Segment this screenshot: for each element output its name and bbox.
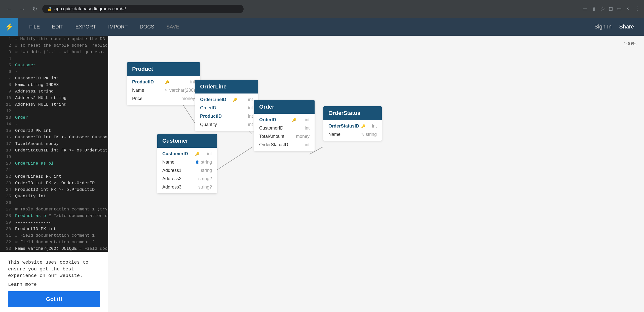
code-line-23: 23 OrderID int FK >- Order.OrderID xyxy=(0,180,108,186)
product-field-name: Name ✎ varchar(200) xyxy=(127,86,200,95)
nav-edit[interactable]: EDIT xyxy=(46,18,69,36)
lock-icon: 🔒 xyxy=(47,7,52,11)
customer-field-id: CustomerID 🔑 int xyxy=(157,150,217,158)
code-line-2: 2 # To reset the sample schema, replace … xyxy=(0,42,108,49)
signin-button[interactable]: Sign In xyxy=(594,23,612,30)
code-editor[interactable]: 1 # Modify this code to update the DB sc… xyxy=(0,36,108,312)
header-right: Sign In Share xyxy=(594,23,644,30)
cast-icon[interactable]: ▭ xyxy=(582,6,588,12)
nav-menu: FILE EDIT EXPORT IMPORT DOCS SAVE xyxy=(23,18,185,36)
customer-table-header: Customer xyxy=(157,134,217,148)
learn-more-link[interactable]: Learn more xyxy=(8,282,37,287)
code-line-20: 20 OrderLine as ol xyxy=(0,160,108,167)
forward-button[interactable]: → xyxy=(17,4,27,13)
logo-icon: ⚡ xyxy=(5,23,14,31)
orderstatus-field-name: Name ✎ string xyxy=(323,130,382,139)
code-line-14: 14 - xyxy=(0,121,108,128)
orderline-table: OrderLine OrderLineID 🔑 int OrderID int … xyxy=(195,80,258,131)
back-button[interactable]: ← xyxy=(4,4,14,13)
nav-import[interactable]: IMPORT xyxy=(102,18,134,36)
orderline-field-productid: ProductID int xyxy=(195,112,258,120)
code-line-31: 31 # Field documentation comment 1 xyxy=(0,232,108,239)
orderline-field-quantity: Quantity int xyxy=(195,120,258,129)
index-icon: 👤 xyxy=(195,160,199,164)
nav-export[interactable]: EXPORT xyxy=(69,18,102,36)
code-line-6: 6 - xyxy=(0,69,108,75)
code-line-29: 29 -------------- xyxy=(0,219,108,226)
unique-icon: ✎ xyxy=(165,88,168,92)
pk-icon: 🔑 xyxy=(165,80,169,84)
share-icon[interactable]: ⇧ xyxy=(592,6,596,12)
orderline-field-id: OrderLineID 🔑 int xyxy=(195,96,258,104)
order-table-body: OrderID 🔑 int CustomerID int TotalAmount… xyxy=(254,114,315,151)
code-line-25: 25 Quantity int xyxy=(0,193,108,200)
cookie-text: This website uses cookies to ensure you … xyxy=(8,259,100,279)
code-line-15: 15 OrderID PK int xyxy=(0,128,108,134)
orderline-field-orderid: OrderID int xyxy=(195,104,258,112)
save-button[interactable]: SAVE xyxy=(160,18,185,36)
window-icon[interactable]: ▭ xyxy=(617,6,622,12)
code-line-4: 4 xyxy=(0,55,108,62)
code-line-1: 1 # Modify this code to update the DB sc… xyxy=(0,36,108,42)
customer-table: Customer CustomerID 🔑 int Name 👤 string … xyxy=(157,134,217,193)
code-line-32: 32 # Field documentation comment 2 xyxy=(0,239,108,245)
refresh-button[interactable]: ↻ xyxy=(30,4,39,13)
code-line-12: 12 xyxy=(0,108,108,114)
product-field-price: Price money xyxy=(127,95,200,103)
orderstatus-table-body: OrderStatusID 🔑 int Name ✎ string xyxy=(323,120,382,141)
order-field-customerid: CustomerID int xyxy=(254,124,315,132)
app-header: ⚡ FILE EDIT EXPORT IMPORT DOCS SAVE Sign… xyxy=(0,18,644,36)
nav-file[interactable]: FILE xyxy=(23,18,46,36)
product-table-header: Product xyxy=(127,62,200,76)
bookmark-icon[interactable]: ☆ xyxy=(600,6,605,12)
code-line-26: 26 xyxy=(0,200,108,206)
zoom-indicator: 100% xyxy=(624,41,636,47)
code-line-7: 7 CustomerID PK int xyxy=(0,75,108,82)
code-line-19: 19 xyxy=(0,154,108,160)
product-field-productid: ProductID 🔑 int xyxy=(127,78,200,86)
app-logo: ⚡ xyxy=(0,18,18,36)
code-line-33: 33 Name varchar(200) UNIQUE # Field docu… xyxy=(0,245,108,252)
share-button[interactable]: Share xyxy=(619,23,634,30)
main-area: 1 # Modify this code to update the DB sc… xyxy=(0,36,644,312)
unique-icon: ✎ xyxy=(361,133,364,137)
browser-chrome: ← → ↻ 🔒 app.quickdatabasediagrams.com/#/… xyxy=(0,0,644,18)
code-line-11: 11 Address3 NULL string xyxy=(0,101,108,108)
profile-icon[interactable]: ⚬ xyxy=(626,6,630,12)
code-line-21: 21 ---- xyxy=(0,167,108,173)
order-field-orderid: OrderID 🔑 int xyxy=(254,116,315,124)
code-line-17: 17 TotalAmount money xyxy=(0,141,108,147)
code-line-3: 3 # two dots ('..' - without quotes). xyxy=(0,49,108,55)
orderline-table-header: OrderLine xyxy=(195,80,258,93)
orderline-table-body: OrderLineID 🔑 int OrderID int ProductID … xyxy=(195,93,258,131)
order-table-header: Order xyxy=(254,100,315,114)
pk-icon: 🔑 xyxy=(195,152,199,156)
svg-line-3 xyxy=(214,147,253,172)
customer-field-address3: Address3 string? xyxy=(157,183,217,191)
browser-toolbar: ▭ ⇧ ☆ □ ▭ ⚬ ⋮ xyxy=(582,6,640,12)
code-line-8: 8 Name string INDEX xyxy=(0,82,108,88)
got-it-button[interactable]: Got it! xyxy=(8,291,100,307)
customer-field-name: Name 👤 string xyxy=(157,158,217,166)
menu-icon[interactable]: ⋮ xyxy=(634,6,640,12)
order-table: Order OrderID 🔑 int CustomerID int Total… xyxy=(254,100,315,151)
address-bar[interactable]: 🔒 app.quickdatabasediagrams.com/#/ xyxy=(42,5,244,13)
product-table-body: ProductID 🔑 int Name ✎ varchar(200) Pric… xyxy=(127,76,200,105)
customer-field-address1: Address1 string xyxy=(157,166,217,175)
orderstatus-table: OrderStatus OrderStatusID 🔑 int Name ✎ s… xyxy=(323,106,382,141)
cookie-banner: This website uses cookies to ensure you … xyxy=(0,252,108,312)
code-line-9: 9 Address1 string xyxy=(0,88,108,95)
code-line-16: 16 CustomerID int FK >- Customer.Custome… xyxy=(0,134,108,141)
code-line-28: 28 Product as p # Table documentation co… xyxy=(0,213,108,219)
code-line-27: 27 # Table documentation comment 1 (try … xyxy=(0,206,108,213)
code-line-24: 24 ProductID int FK >- p.ProductID xyxy=(0,186,108,193)
pk-icon: 🔑 xyxy=(233,98,237,102)
nav-docs[interactable]: DOCS xyxy=(134,18,160,36)
url-text: app.quickdatabasediagrams.com/#/ xyxy=(54,6,126,12)
customer-table-body: CustomerID 🔑 int Name 👤 string Address1 … xyxy=(157,148,217,193)
tab-icon[interactable]: □ xyxy=(609,6,613,12)
pk-icon: 🔑 xyxy=(292,118,296,122)
orderstatus-table-header: OrderStatus xyxy=(323,106,382,120)
customer-field-address2: Address2 string? xyxy=(157,175,217,183)
code-line-5: 5 Customer xyxy=(0,62,108,69)
